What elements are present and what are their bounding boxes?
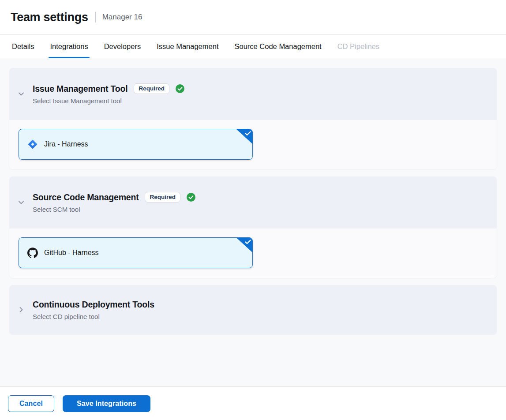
chevron-right-icon[interactable] (18, 306, 25, 313)
tab-issue-management[interactable]: Issue Management (155, 35, 220, 58)
selected-check-ribbon (236, 237, 253, 253)
section-scm-body: GitHub - Harness (9, 229, 497, 278)
save-integrations-button[interactable]: Save Integrations (63, 395, 150, 412)
cancel-button[interactable]: Cancel (8, 395, 54, 412)
section-source-code-management: Source Code Management Required Select S… (9, 176, 497, 278)
section-continuous-deployment-tools: Continuous Deployment Tools Select CD pi… (9, 285, 497, 334)
required-badge: Required (145, 192, 180, 203)
tool-card-jira-harness[interactable]: Jira - Harness (19, 129, 253, 160)
jira-icon (27, 139, 38, 150)
page-header: Team settings Manager 16 (0, 0, 506, 35)
required-badge: Required (134, 83, 169, 94)
integrations-content: Issue Management Tool Required Select Is… (0, 58, 506, 386)
check-circle-icon (187, 193, 195, 202)
section-issue-management-tool: Issue Management Tool Required Select Is… (9, 68, 497, 169)
team-settings-page: Team settings Manager 16 Details Integra… (0, 0, 506, 420)
team-name-label: Manager 16 (102, 13, 142, 22)
github-icon (27, 248, 38, 258)
tool-card-label: Jira - Harness (44, 140, 88, 148)
section-cd-header[interactable]: Continuous Deployment Tools Select CD pi… (9, 285, 497, 334)
section-issue-management-body: Jira - Harness (9, 120, 497, 169)
chevron-down-icon[interactable] (18, 199, 25, 206)
section-header-text: Source Code Management Required Select S… (33, 192, 195, 214)
section-title: Continuous Deployment Tools (33, 300, 154, 310)
section-issue-management-header[interactable]: Issue Management Tool Required Select Is… (9, 68, 497, 120)
check-circle-icon (176, 84, 184, 93)
tab-cd-pipelines: CD Pipelines (336, 35, 381, 58)
footer-action-bar: Cancel Save Integrations (0, 386, 506, 420)
title-divider (95, 12, 96, 22)
section-header-text: Continuous Deployment Tools Select CD pi… (33, 300, 154, 320)
section-scm-header[interactable]: Source Code Management Required Select S… (9, 176, 497, 229)
tool-card-label: GitHub - Harness (44, 249, 99, 257)
section-title: Source Code Management (33, 192, 139, 202)
section-title: Issue Management Tool (33, 84, 127, 94)
section-header-text: Issue Management Tool Required Select Is… (33, 83, 184, 105)
tab-developers[interactable]: Developers (103, 35, 142, 58)
chevron-down-icon[interactable] (18, 90, 25, 98)
section-subtitle: Select Issue Management tool (33, 97, 184, 105)
page-title: Team settings (11, 11, 88, 24)
selected-check-ribbon (236, 129, 253, 144)
tool-card-github-harness[interactable]: GitHub - Harness (19, 237, 253, 268)
tab-details[interactable]: Details (11, 35, 35, 58)
tab-bar: Details Integrations Developers Issue Ma… (0, 35, 506, 58)
tab-integrations[interactable]: Integrations (49, 35, 89, 58)
tab-source-code-management[interactable]: Source Code Management (233, 35, 322, 58)
section-subtitle: Select SCM tool (33, 206, 195, 213)
section-subtitle: Select CD pipeline tool (33, 313, 154, 320)
